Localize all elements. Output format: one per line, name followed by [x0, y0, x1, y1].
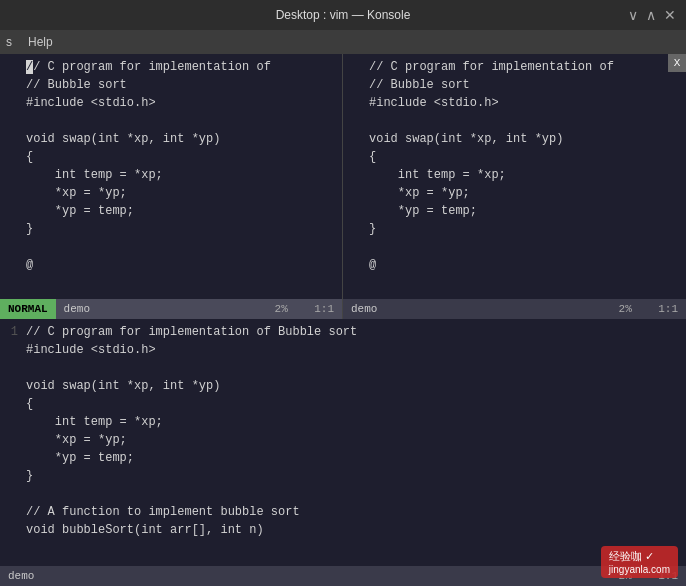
- watermark-subtext: jingyanla.com: [609, 564, 670, 575]
- watermark-text: 经验咖 ✓: [609, 549, 670, 564]
- left-line-numbers: [0, 54, 20, 299]
- bottom-line-numbers: 1: [0, 319, 20, 566]
- right-status-filename: demo: [343, 303, 385, 315]
- bottom-status-bar: demo 2% 1:1: [0, 566, 686, 586]
- title-bar: Desktop : vim — Konsole ∨ ∧ ✕: [0, 0, 686, 30]
- maximize-button[interactable]: ∧: [646, 7, 656, 23]
- right-line-numbers: [343, 54, 363, 299]
- bottom-pane-content: 1 // C program for implementation of Bub…: [0, 319, 686, 566]
- menu-item-help[interactable]: Help: [28, 35, 53, 49]
- minimize-button[interactable]: ∨: [628, 7, 638, 23]
- menu-item-s[interactable]: s: [6, 35, 12, 49]
- bottom-code-area[interactable]: // C program for implementation of Bubbl…: [20, 319, 686, 566]
- pane-right-content: // C program for implementation of // Bu…: [343, 54, 686, 299]
- pane-right-wrapper: X // C program for implementation of // …: [343, 54, 686, 319]
- left-code-area[interactable]: // C program for implementation of // Bu…: [20, 54, 342, 299]
- pane-left: // C program for implementation of // Bu…: [0, 54, 343, 319]
- right-code-area[interactable]: // C program for implementation of // Bu…: [363, 54, 686, 299]
- title-bar-buttons: ∨ ∧ ✕: [628, 7, 676, 23]
- right-status-bar: demo 2% 1:1: [343, 299, 686, 319]
- bottom-status-filename: demo: [0, 570, 42, 582]
- right-status-position: 1:1: [658, 303, 678, 315]
- right-status-right: 2% 1:1: [611, 303, 686, 315]
- right-status-percent: 2%: [619, 303, 632, 315]
- vim-container: // C program for implementation of // Bu…: [0, 54, 686, 586]
- split-pane: // C program for implementation of // Bu…: [0, 54, 686, 319]
- watermark: 经验咖 ✓ jingyanla.com: [601, 546, 678, 578]
- left-status-bar: NORMAL demo 2% 1:1: [0, 299, 342, 319]
- title-bar-title: Desktop : vim — Konsole: [276, 8, 411, 22]
- left-status-right: 2% 1:1: [267, 303, 342, 315]
- status-mode: NORMAL: [0, 299, 56, 319]
- bottom-pane: 1 // C program for implementation of Bub…: [0, 319, 686, 586]
- left-status-position: 1:1: [314, 303, 334, 315]
- pane-left-content: // C program for implementation of // Bu…: [0, 54, 342, 299]
- menu-bar: s Help: [0, 30, 686, 54]
- left-status-percent: 2%: [275, 303, 288, 315]
- left-status-filename: demo: [56, 303, 98, 315]
- close-button[interactable]: ✕: [664, 7, 676, 23]
- pane-close-button[interactable]: X: [668, 54, 686, 72]
